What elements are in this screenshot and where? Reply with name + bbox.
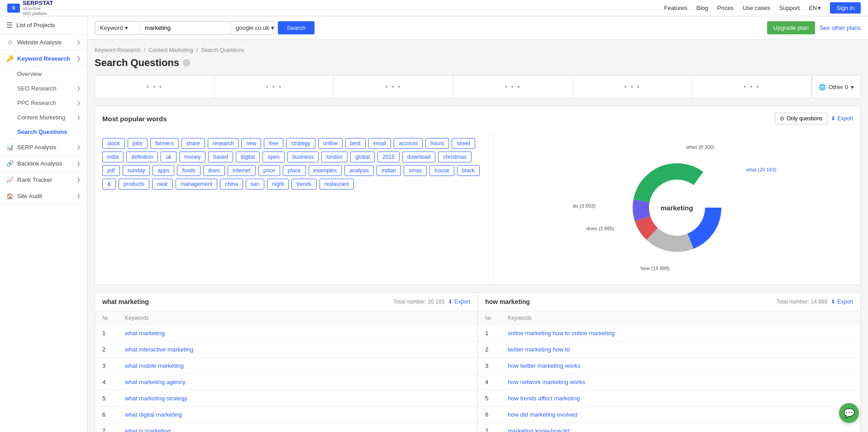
row-keyword[interactable]: how network marketing works — [501, 374, 860, 390]
search-engine-select[interactable]: google.co.uk ▾ — [231, 21, 274, 34]
sidebar-item-keyword-research[interactable]: 🔑 Keyword Research ❯ — [0, 51, 87, 67]
word-tag[interactable]: business — [287, 152, 319, 162]
sidebar-sub-content-marketing[interactable]: Content Marketing ❯ — [0, 110, 87, 125]
word-tag[interactable]: share — [181, 138, 205, 149]
word-tag[interactable]: digital — [236, 152, 260, 162]
sign-in-button[interactable]: Sign in — [830, 2, 861, 14]
sidebar-item-serp-analysis[interactable]: 📊 SERP Analysis ❯ — [0, 139, 87, 156]
row-keyword[interactable]: marketing know-how ltd — [501, 423, 860, 432]
sidebar-sub-overview[interactable]: Overview — [0, 67, 87, 81]
word-tag[interactable]: foods — [177, 165, 200, 176]
sidebar-sub-search-questions[interactable]: Search Questions — [0, 125, 87, 139]
lang-selector[interactable]: EN ▾ — [809, 5, 821, 11]
word-tag[interactable]: india — [102, 152, 124, 162]
word-tag[interactable]: uk — [161, 152, 176, 162]
upgrade-plan-button[interactable]: Upgrade plan — [767, 21, 815, 34]
word-tag[interactable]: free — [264, 138, 283, 149]
word-tag[interactable]: christmas — [438, 152, 471, 162]
word-tag[interactable]: night — [267, 179, 289, 190]
word-tag[interactable]: research — [208, 138, 239, 149]
word-tag[interactable]: xmas — [404, 165, 427, 176]
word-tag[interactable]: price — [258, 165, 280, 176]
how-export-button[interactable]: ⬇ Export — [831, 299, 853, 305]
row-keyword[interactable]: how trends affect marketing — [501, 390, 860, 407]
word-tag[interactable]: based — [208, 152, 233, 162]
word-tag[interactable]: definition — [126, 152, 158, 162]
word-tag[interactable]: apps — [153, 165, 174, 176]
word-tag[interactable]: san — [246, 179, 264, 190]
sidebar-sub-seo-research[interactable]: SEO Research ❯ — [0, 81, 87, 96]
nav-use-cases[interactable]: Use cases — [743, 5, 770, 11]
word-tag[interactable]: trends — [291, 179, 316, 190]
export-button-words[interactable]: ⬇ Export — [831, 115, 853, 122]
nav-features[interactable]: Features — [664, 5, 687, 11]
word-tag[interactable]: global — [350, 152, 375, 162]
sidebar-item-website-analysis[interactable]: ⊙ Website Analysis ❯ — [0, 34, 87, 51]
nav-prices[interactable]: Prices — [717, 5, 734, 11]
info-icon[interactable]: i — [183, 59, 190, 66]
word-tag[interactable]: near — [152, 179, 173, 190]
metric-tab-1[interactable]: • • • — [95, 76, 215, 98]
row-keyword[interactable]: how did marketing evolved — [501, 407, 860, 423]
row-keyword[interactable]: online marketing how to online marketing — [501, 325, 860, 342]
row-keyword[interactable]: what is marketing — [118, 423, 477, 432]
sidebar-item-rank-tracker[interactable]: 📈 Rank Tracker ❯ — [0, 172, 87, 188]
word-tag[interactable]: best — [345, 138, 366, 149]
search-type-select[interactable]: Keyword ▾ — [95, 21, 140, 34]
metric-tab-other[interactable]: 🌐 Other 0 ▾ — [812, 76, 860, 98]
word-tag[interactable]: account — [394, 138, 423, 149]
sidebar-item-backlink-analysis[interactable]: 🔗 Backlink Analysis ❯ — [0, 156, 87, 172]
word-tag[interactable]: internet — [228, 165, 256, 176]
metric-tab-4[interactable]: • • • — [453, 76, 573, 98]
metric-tab-2[interactable]: • • • — [215, 76, 334, 98]
word-tag[interactable]: black — [457, 165, 480, 176]
word-tag[interactable]: jobs — [128, 138, 148, 149]
search-input[interactable] — [140, 21, 231, 34]
metric-tab-3[interactable]: • • • — [334, 76, 453, 98]
word-tag[interactable]: download — [402, 152, 435, 162]
word-tag[interactable]: hours — [425, 138, 449, 149]
word-tag[interactable]: new — [241, 138, 261, 149]
chat-bubble[interactable]: 💬 — [839, 403, 859, 423]
word-tag[interactable]: management — [176, 179, 217, 190]
nav-blog[interactable]: Blog — [696, 5, 708, 11]
row-keyword[interactable]: what digital marketing — [118, 407, 477, 423]
search-button[interactable]: Search — [278, 21, 315, 34]
nav-support[interactable]: Support — [779, 5, 800, 11]
word-tag[interactable]: does — [203, 165, 225, 176]
word-tag[interactable]: china — [220, 179, 243, 190]
breadcrumb-content-marketing[interactable]: Content Marketing — [148, 47, 193, 53]
row-keyword[interactable]: what marketing agency — [118, 374, 477, 390]
word-tag[interactable]: pdf — [102, 165, 120, 176]
word-tag[interactable]: indian — [377, 165, 401, 176]
word-tag[interactable]: 2015 — [377, 152, 400, 162]
word-tag[interactable]: house — [429, 165, 454, 176]
row-keyword[interactable]: how twitter marketing works — [501, 358, 860, 374]
word-tag[interactable]: email — [368, 138, 391, 149]
word-tag[interactable]: examples — [309, 165, 342, 176]
word-tag[interactable]: place — [283, 165, 306, 176]
word-tag[interactable]: farmers — [150, 138, 179, 149]
word-tag[interactable]: restaurant — [320, 179, 354, 190]
row-keyword[interactable]: twitter marketing how to — [501, 342, 860, 358]
word-tag[interactable]: stock — [102, 138, 125, 149]
breadcrumb-keyword-research[interactable]: Keyword Research — [95, 47, 140, 53]
word-tag[interactable]: strategy — [286, 138, 315, 149]
metric-tab-6[interactable]: • • • — [692, 76, 812, 98]
word-tag[interactable]: analysis — [344, 165, 374, 176]
metric-tab-5[interactable]: • • • — [573, 76, 692, 98]
row-keyword[interactable]: what interactive marketing — [118, 342, 477, 358]
row-keyword[interactable]: what marketing — [118, 325, 477, 342]
word-tag[interactable]: street — [452, 138, 475, 149]
word-tag[interactable]: & — [102, 179, 116, 190]
word-tag[interactable]: sunday — [123, 165, 150, 176]
word-tag[interactable]: products — [119, 179, 149, 190]
word-tag[interactable]: london — [321, 152, 348, 162]
logo[interactable]: S SERPSTAT All-in-One SEO platform — [7, 0, 53, 16]
word-tag[interactable]: open — [262, 152, 285, 162]
sidebar-item-site-audit[interactable]: 🏠 Site Audit ❯ — [0, 188, 87, 204]
row-keyword[interactable]: what marketing strategy — [118, 390, 477, 407]
word-tag[interactable]: online — [318, 138, 343, 149]
sidebar-list-of-projects[interactable]: ☰ List of Projects — [0, 16, 87, 34]
sidebar-sub-ppc-research[interactable]: PPC Research ❯ — [0, 96, 87, 110]
